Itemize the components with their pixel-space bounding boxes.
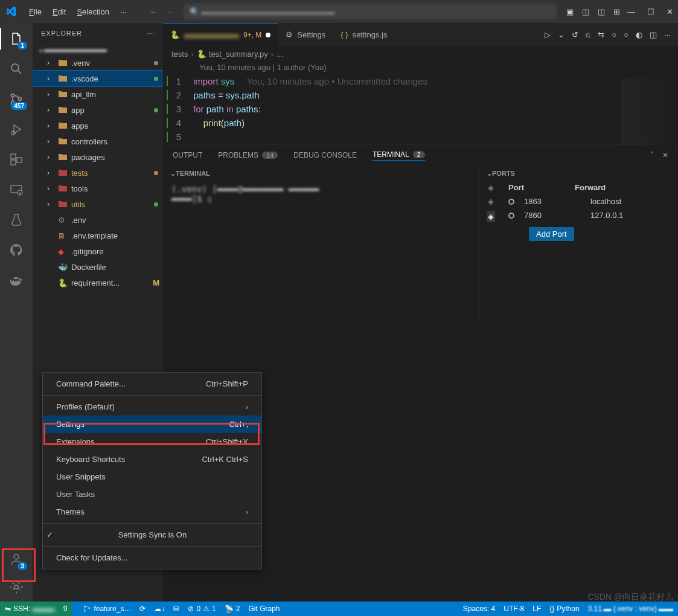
split-icon[interactable]: ◫	[650, 30, 657, 39]
panel-tab-terminal[interactable]: TERMINAL2	[373, 150, 425, 161]
activity-test-icon[interactable]	[8, 211, 25, 228]
layout-secondary-icon[interactable]: ◫	[598, 7, 605, 16]
svg-point-12	[85, 606, 86, 607]
activity-settings-icon[interactable]	[8, 579, 25, 595]
menu-extensions[interactable]: ExtensionsCtrl+Shift+X	[43, 433, 261, 451]
menu-selection[interactable]: Selection	[72, 5, 114, 19]
status-sync[interactable]: ⟳	[139, 605, 146, 613]
status-radio[interactable]: 📡 2	[225, 605, 240, 613]
history-icon[interactable]: ↺	[572, 30, 578, 39]
layout-panel-icon[interactable]: ◫	[582, 7, 589, 16]
tree-apps[interactable]: ›apps	[33, 118, 163, 133]
menu-command-palette-[interactable]: Command Palette...Ctrl+Shift+P	[43, 375, 261, 393]
menu-user-tasks[interactable]: User Tasks	[43, 486, 261, 503]
svg-point-13	[85, 610, 86, 611]
circle-icon[interactable]: ○	[612, 30, 616, 39]
timeline-icon[interactable]: ◐	[636, 30, 642, 39]
menu-edit[interactable]: Edit	[48, 5, 71, 19]
menu-profiles-default-[interactable]: Profiles (Default)›	[43, 398, 261, 415]
explorer-more-icon[interactable]: ···	[147, 30, 155, 37]
breadcrumb[interactable]: tests› 🐍 test_summary.py› ...	[163, 46, 678, 62]
menu-settings[interactable]: SettingsCtrl+,	[43, 415, 261, 433]
ports-cube-icon[interactable]: ◈	[488, 183, 494, 192]
ports-section-header[interactable]: ⌄ PORTS	[479, 166, 678, 181]
activity-search-icon[interactable]	[8, 60, 25, 77]
panel-tab-output[interactable]: OUTPUT	[173, 151, 202, 159]
activity-docker-icon[interactable]	[8, 272, 25, 289]
run-dropdown-icon[interactable]: ⌄	[558, 30, 564, 39]
panel-tab-problems[interactable]: PROBLEMS14	[218, 151, 278, 159]
status-branch[interactable]: feature_s…	[83, 605, 131, 613]
terminal-section-header[interactable]: ⌄ TERMINAL	[163, 166, 479, 181]
menu-keyboard-shortcuts[interactable]: Keyboard ShortcutsCtrl+K Ctrl+S	[43, 451, 261, 468]
tree-api_llm[interactable]: ›api_llm	[33, 86, 163, 102]
activity-github-icon[interactable]	[8, 242, 25, 258]
status-encoding[interactable]: UTF-8	[504, 605, 524, 613]
panel-max-icon[interactable]: ˄	[650, 151, 654, 159]
activity-extensions-icon[interactable]	[8, 151, 25, 168]
tree-controllers[interactable]: ›controllers	[33, 133, 163, 149]
run-icon[interactable]: ▷	[545, 30, 551, 39]
tab-file-active[interactable]: 🐍 ▬▬▬▬▬▬▬ 9+, M	[163, 23, 278, 46]
terminal-output[interactable]: (.venv) [▬▬▬▬@▬▬▬▬▬▬▬▬ ▬▬▬▬▬▬ ▬▬▬▬]$ ▯	[163, 181, 479, 207]
nav-fwd-icon[interactable]: →	[166, 7, 174, 16]
ports-cube-icon[interactable]: ◈	[487, 211, 495, 222]
activity-accounts-icon[interactable]: 3	[8, 551, 25, 568]
menu-file[interactable]: FFileile	[24, 5, 46, 19]
tree-.env[interactable]: ⚙.env	[33, 212, 163, 228]
minimap[interactable]	[621, 79, 676, 145]
panel-tab-debug[interactable]: DEBUG CONSOLE	[293, 151, 357, 159]
panel-close-icon[interactable]: ✕	[662, 151, 668, 159]
tree-.vscode[interactable]: ›.vscode	[33, 71, 163, 86]
tab-more-icon[interactable]: ···	[664, 30, 671, 39]
status-cloud-icon[interactable]: ☁↓	[154, 605, 165, 613]
tree-.env.template[interactable]: 🗎.env.template	[33, 228, 163, 243]
ports-col-port: Port	[508, 183, 575, 192]
status-spaces[interactable]: Spaces: 4	[463, 605, 495, 613]
layout-custom-icon[interactable]: ⊞	[613, 7, 620, 16]
menu-more[interactable]: ···	[115, 5, 132, 19]
menu-themes[interactable]: Themes›	[43, 503, 261, 521]
maximize-icon[interactable]: ☐	[647, 7, 654, 16]
tree-tests[interactable]: ›tests	[33, 165, 163, 181]
tab-settings[interactable]: ⚙ Settings	[278, 23, 333, 46]
add-port-button[interactable]: Add Port	[529, 227, 574, 241]
layout-primary-icon[interactable]: ▣	[566, 7, 574, 16]
remote-indicator[interactable]: ⇋ SSH:▬▬▬ 9	[0, 602, 72, 616]
port-row[interactable]: 7860127.0.0.1	[502, 208, 678, 222]
activity-remote-icon[interactable]	[8, 181, 25, 198]
status-database-icon[interactable]: ⛁	[173, 605, 179, 613]
status-errors[interactable]: ⊘ 0 ⚠ 1	[188, 605, 216, 613]
tree-requirement...[interactable]: 🐍requirement...M	[33, 275, 163, 290]
tab-settingsjs[interactable]: { } settings.js	[333, 23, 394, 46]
status-pyver[interactable]: 3.11.▬ (.venv : venv) ▬▬	[588, 605, 673, 613]
gitlens-blame: You, 10 minutes ago | 1 author (You)	[163, 62, 678, 74]
status-eol[interactable]: LF	[532, 605, 541, 613]
workspace-root[interactable]: ⌄ ▬▬▬▬▬▬▬▬	[33, 43, 163, 55]
command-center[interactable]: 🔍 ▬▬▬▬▬▬▬▬▬▬▬▬▬▬▬▬▬	[184, 4, 557, 19]
tree-app[interactable]: ›app	[33, 102, 163, 118]
ports-cube-icon[interactable]: ◈	[488, 197, 494, 206]
diff-icon[interactable]: ⇆	[598, 30, 604, 39]
status-gitgraph[interactable]: Git Graph	[248, 605, 280, 613]
menu-user-snippets[interactable]: User Snippets	[43, 468, 261, 486]
port-row[interactable]: 1863localhost	[502, 194, 678, 208]
menu-check-for-updates-[interactable]: Check for Updates...	[43, 549, 261, 566]
menu-settings-sync-is-on[interactable]: ✓Settings Sync is On	[43, 526, 261, 544]
circle2-icon[interactable]: ○	[624, 30, 628, 39]
git-compare-icon[interactable]: ⎌	[586, 30, 590, 39]
status-lang[interactable]: {} Python	[549, 605, 579, 613]
tree-packages[interactable]: ›packages	[33, 149, 163, 165]
tree-.venv[interactable]: ›.venv	[33, 55, 163, 71]
code-editor[interactable]: 1import sys You, 10 minutes ago • Uncomm…	[163, 74, 678, 144]
tree-tools[interactable]: ›tools	[33, 181, 163, 196]
nav-back-icon[interactable]: ←	[150, 7, 158, 16]
activity-scm-icon[interactable]: 457	[8, 91, 25, 107]
tree-Dockerfile[interactable]: 🐳Dockerfile	[33, 259, 163, 275]
activity-debug-icon[interactable]	[8, 121, 25, 138]
close-icon[interactable]: ✕	[667, 7, 673, 16]
activity-explorer-icon[interactable]: 1	[8, 30, 25, 47]
minimize-icon[interactable]: —	[627, 7, 635, 16]
tree-.gitignore[interactable]: ◆.gitignore	[33, 243, 163, 259]
tree-utils[interactable]: ›utils	[33, 196, 163, 212]
